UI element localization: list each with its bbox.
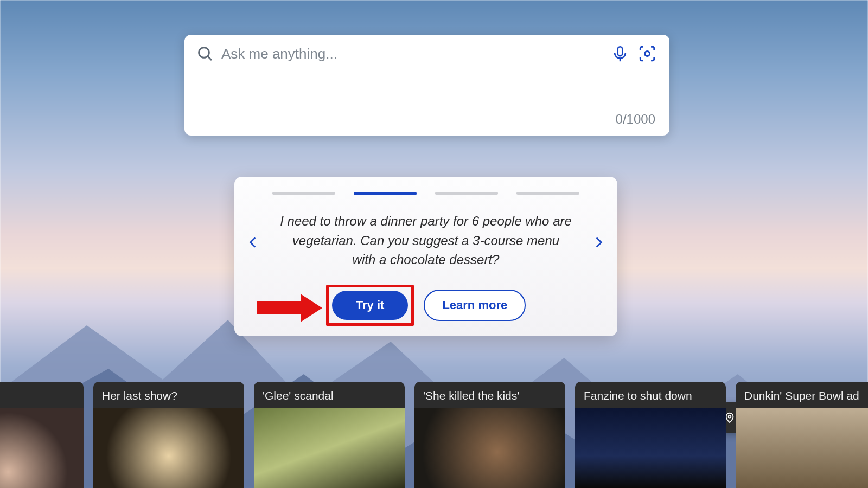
news-card-thumbnail: [254, 408, 405, 488]
carousel-indicator-2[interactable]: [354, 192, 417, 195]
svg-line-1: [208, 56, 212, 60]
carousel-next-icon[interactable]: [591, 235, 605, 249]
news-card[interactable]: Her last show?: [93, 382, 244, 488]
carousel-indicators: [247, 192, 604, 195]
search-box[interactable]: 0/1000: [184, 35, 669, 136]
news-card-title: sies': [0, 382, 84, 408]
news-card[interactable]: 'Glee' scandal: [254, 382, 405, 488]
news-card-thumbnail: [414, 408, 565, 488]
news-card-title: Her last show?: [93, 382, 244, 408]
svg-point-4: [644, 51, 649, 56]
svg-point-0: [199, 48, 209, 58]
news-card[interactable]: 'She killed the kids': [414, 382, 565, 488]
try-it-button[interactable]: Try it: [332, 291, 409, 320]
news-card-title: 'She killed the kids': [414, 382, 565, 408]
learn-more-button[interactable]: Learn more: [424, 290, 526, 321]
svg-rect-2: [618, 47, 623, 56]
microphone-icon[interactable]: [611, 44, 629, 63]
news-card-thumbnail: [575, 408, 726, 488]
character-count: 0/1000: [616, 112, 655, 127]
carousel-prev-icon[interactable]: [246, 235, 260, 249]
news-card-thumbnail: [0, 408, 84, 488]
search-icon: [196, 45, 214, 62]
news-card-thumbnail: [93, 408, 244, 488]
news-card-title: Dunkin' Super Bowl ad: [736, 382, 868, 408]
carousel-indicator-3[interactable]: [435, 192, 498, 195]
news-card[interactable]: sies': [0, 382, 84, 488]
carousel-indicator-4[interactable]: [516, 192, 579, 195]
visual-search-icon[interactable]: [638, 44, 656, 63]
highlight-annotation: Try it: [326, 285, 414, 326]
news-card-title: 'Glee' scandal: [254, 382, 405, 408]
suggestion-text: I need to throw a dinner party for 6 peo…: [279, 211, 572, 269]
news-card-thumbnail: [736, 408, 868, 488]
news-card[interactable]: Dunkin' Super Bowl ad: [736, 382, 868, 488]
news-card-title: Fanzine to shut down: [575, 382, 726, 408]
suggestion-carousel: I need to throw a dinner party for 6 peo…: [234, 177, 617, 336]
search-input[interactable]: [221, 46, 603, 62]
news-row: sies' Her last show? 'Glee' scandal 'She…: [0, 382, 868, 488]
carousel-indicator-1[interactable]: [272, 192, 335, 195]
news-card[interactable]: Fanzine to shut down: [575, 382, 726, 488]
